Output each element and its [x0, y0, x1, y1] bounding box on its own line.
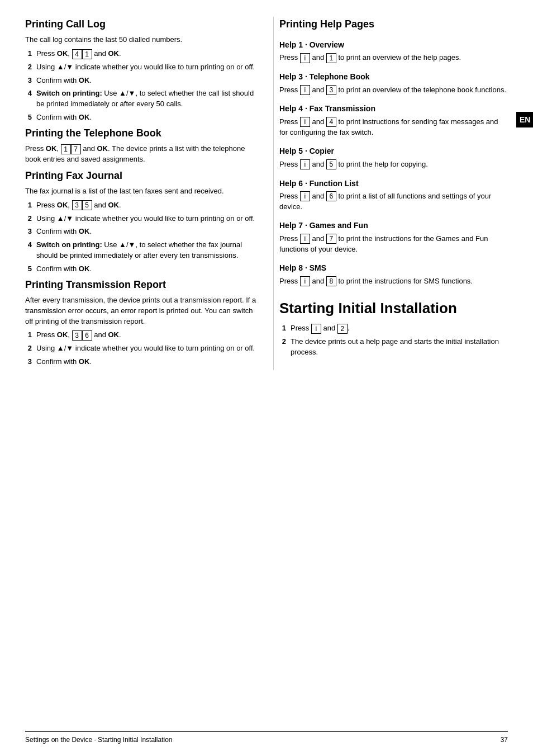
subsection-title-help4: Help 4 · Fax Transmission: [279, 103, 508, 114]
step-item: 4 Switch on printing: Use ▲/▼, to select…: [25, 88, 256, 110]
subsection-title-help5: Help 5 · Copier: [279, 145, 508, 157]
section-title-transmission-report: Printing Transmission Report: [25, 277, 256, 292]
step-item: 2 The device prints out a help page and …: [279, 337, 508, 358]
section-intro-telephone-book: Press OK, 17 and OK. The device prints a…: [25, 144, 256, 165]
footer: Settings on the Device · Starting Initia…: [25, 731, 508, 745]
section-title-help-pages: Printing Help Pages: [279, 17, 508, 31]
section-intro-fax-journal: The fax journal is a list of the last te…: [25, 186, 256, 197]
page: EN Printing Call Log The call log contai…: [0, 0, 533, 756]
subsection-text-help1: Press i and 1 to print an overview of th…: [279, 53, 508, 63]
step-content: Using ▲/▼ indicate whether you would lik…: [36, 214, 256, 224]
step-number: 3: [25, 75, 32, 86]
step-item: 3 Confirm with OK.: [25, 75, 256, 86]
step-content: Switch on printing: Use ▲/▼, to select w…: [36, 88, 256, 110]
step-item: 3 Confirm with OK.: [25, 357, 256, 367]
subsection-text-help3: Press i and 3 to print an overview of th…: [279, 85, 508, 96]
step-number: 1: [25, 200, 32, 211]
step-content: Using ▲/▼ indicate whether you would lik…: [36, 62, 256, 73]
steps-transmission-report: 1 Press OK, 36 and OK. 2 Using ▲/▼ indic…: [25, 330, 256, 367]
subsection-help1: Help 1 · Overview Press i and 1 to print…: [279, 39, 508, 63]
step-item: 1 Press i and 2.: [279, 323, 508, 334]
steps-call-log: 1 Press OK, 41 and OK. 2 Using ▲/▼ indic…: [25, 49, 256, 123]
step-number: 4: [25, 240, 32, 251]
left-column: Printing Call Log The call log contains …: [25, 17, 256, 370]
subsection-help7: Help 7 · Games and Fun Press i and 7 to …: [279, 220, 508, 254]
subsection-title-help7: Help 7 · Games and Fun: [279, 220, 508, 231]
step-item: 5 Confirm with OK.: [25, 112, 256, 123]
subsection-text-help8: Press i and 8 to print the instructions …: [279, 276, 508, 287]
step-content: Using ▲/▼ indicate whether you would lik…: [36, 343, 256, 354]
step-item: 5 Confirm with OK.: [25, 264, 256, 275]
step-content: Confirm with OK.: [36, 264, 256, 275]
step-item: 1 Press OK, 41 and OK.: [25, 49, 256, 59]
step-content: Confirm with OK.: [36, 75, 256, 86]
subsection-text-help7: Press i and 7 to print the instructions …: [279, 234, 508, 255]
step-content: Press i and 2.: [291, 323, 508, 334]
step-number: 2: [25, 343, 32, 354]
steps-starting-installation: 1 Press i and 2. 2 The device prints out…: [279, 323, 508, 358]
section-title-fax-journal: Printing Fax Journal: [25, 168, 256, 183]
section-printing-call-log: Printing Call Log The call log contains …: [25, 17, 256, 123]
section-title-telephone-book: Printing the Telephone Book: [25, 126, 256, 140]
subsection-help8: Help 8 · SMS Press i and 8 to print the …: [279, 262, 508, 286]
section-printing-fax-journal: Printing Fax Journal The fax journal is …: [25, 168, 256, 275]
subsection-title-help8: Help 8 · SMS: [279, 262, 508, 273]
subsection-title-help3: Help 3 · Telephone Book: [279, 71, 508, 82]
language-badge: EN: [516, 112, 533, 127]
right-column: Printing Help Pages Help 1 · Overview Pr…: [273, 17, 508, 370]
step-item: 2 Using ▲/▼ indicate whether you would l…: [25, 343, 256, 354]
subsection-help6: Help 6 · Function List Press i and 6 to …: [279, 178, 508, 212]
main-columns: Printing Call Log The call log contains …: [25, 17, 508, 370]
step-content: Confirm with OK.: [36, 226, 256, 237]
step-content: The device prints out a help page and st…: [291, 337, 508, 358]
subsection-title-help1: Help 1 · Overview: [279, 39, 508, 50]
step-content: Press OK, 36 and OK.: [36, 330, 256, 341]
step-number: 5: [25, 112, 32, 123]
subsection-help3: Help 3 · Telephone Book Press i and 3 to…: [279, 71, 508, 95]
subsection-help5: Help 5 · Copier Press i and 5 to print t…: [279, 145, 508, 169]
section-intro-transmission-report: After every transmission, the device pri…: [25, 295, 256, 327]
step-number: 3: [25, 226, 32, 237]
step-content: Confirm with OK.: [36, 357, 256, 367]
steps-fax-journal: 1 Press OK, 35 and OK. 2 Using ▲/▼ indic…: [25, 200, 256, 275]
step-number: 5: [25, 264, 32, 275]
section-title-starting-installation: Starting Initial Installation: [279, 298, 508, 319]
footer-right: 37: [501, 735, 508, 745]
section-starting-initial-installation: Starting Initial Installation 1 Press i …: [279, 298, 508, 358]
step-item: 3 Confirm with OK.: [25, 226, 256, 237]
step-number: 3: [25, 357, 32, 367]
step-item: 1 Press OK, 36 and OK.: [25, 330, 256, 341]
subsection-help4: Help 4 · Fax Transmission Press i and 4 …: [279, 103, 508, 138]
subsection-text-help5: Press i and 5 to print the help for copy…: [279, 159, 508, 170]
subsection-text-help4: Press i and 4 to print instructions for …: [279, 117, 508, 138]
step-content: Press OK, 35 and OK.: [36, 200, 256, 211]
step-item: 2 Using ▲/▼ indicate whether you would l…: [25, 62, 256, 73]
step-item: 1 Press OK, 35 and OK.: [25, 200, 256, 211]
step-number: 1: [25, 330, 32, 341]
step-item: 4 Switch on printing: Use ▲/▼, to select…: [25, 240, 256, 261]
step-item: 2 Using ▲/▼ indicate whether you would l…: [25, 214, 256, 224]
step-number: 4: [25, 88, 32, 99]
section-printing-transmission-report: Printing Transmission Report After every…: [25, 277, 256, 367]
footer-left: Settings on the Device · Starting Initia…: [25, 735, 172, 745]
section-printing-telephone-book: Printing the Telephone Book Press OK, 17…: [25, 126, 256, 165]
step-content: Confirm with OK.: [36, 112, 256, 123]
step-content: Press OK, 41 and OK.: [36, 49, 256, 59]
step-number: 1: [25, 49, 32, 59]
subsection-title-help6: Help 6 · Function List: [279, 178, 508, 189]
subsection-text-help6: Press i and 6 to print a list of all fun…: [279, 191, 508, 212]
step-number: 2: [25, 62, 32, 73]
step-number: 1: [279, 323, 286, 334]
step-number: 2: [25, 214, 32, 224]
step-number: 2: [279, 337, 286, 347]
step-content: Switch on printing: Use ▲/▼, to select w…: [36, 240, 256, 261]
section-printing-help-pages: Printing Help Pages Help 1 · Overview Pr…: [279, 17, 508, 287]
section-intro-call-log: The call log contains the last 50 dialle…: [25, 35, 256, 45]
section-title-call-log: Printing Call Log: [25, 17, 256, 31]
